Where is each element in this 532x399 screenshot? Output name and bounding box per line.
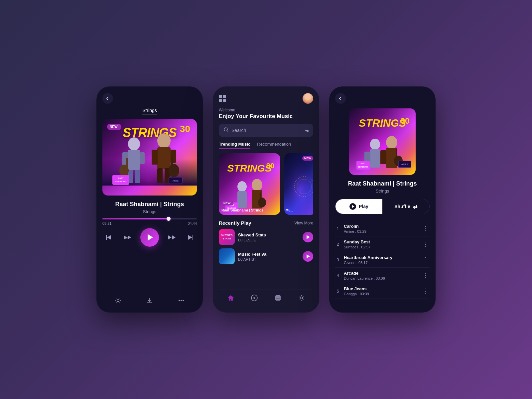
svg-point-47	[251, 295, 257, 301]
svg-text:SHABNAMI: SHABNAMI	[358, 166, 368, 168]
svg-rect-4	[140, 152, 145, 164]
svg-marker-22	[106, 235, 107, 240]
back-button[interactable]	[102, 93, 113, 104]
trending-title-1: Raat Shabnami | Strings	[221, 208, 264, 212]
nav-discover[interactable]	[250, 293, 259, 303]
phone-player: Strings STRINGS 30	[96, 86, 203, 313]
svg-rect-36	[237, 191, 247, 208]
track-name-3: Heartbreak Anniversary	[344, 255, 418, 260]
next-button[interactable]	[185, 231, 197, 243]
search-icon	[223, 127, 229, 134]
more-options-icon[interactable]	[176, 295, 187, 306]
recently-info-2: Music Festival DJ ARTIST	[238, 252, 299, 261]
trending-new-badge-2: NEW	[302, 156, 313, 161]
svg-text:STRINGS: STRINGS	[227, 163, 271, 174]
track-num-1: 1	[335, 226, 340, 231]
progress-bar[interactable]: 03:21 04:44	[102, 218, 197, 225]
svg-rect-40	[260, 193, 261, 205]
track-more-2[interactable]: ⋮	[421, 239, 430, 249]
current-time: 03:21	[102, 221, 112, 225]
track-name-4: Arcade	[344, 271, 418, 276]
play-shuffle-row: Play Shuffle ⇄	[335, 199, 430, 214]
recently-thumb-1: SKEWEDSTATS	[219, 229, 235, 245]
track-item-5: 5 Blue Jeans Gangga . 03:39 ⋮	[335, 283, 430, 299]
grid-menu-icon[interactable]	[219, 95, 226, 102]
tab-recommendation[interactable]: Recommendation	[257, 142, 291, 149]
phone-home: Welcome Enjoy Your Favourite Music Searc…	[213, 86, 319, 313]
bottom-nav	[219, 290, 313, 306]
nav-library[interactable]	[273, 293, 283, 303]
track-more-1[interactable]: ⋮	[421, 223, 430, 233]
recently-artist-2: DJ ARTIST	[238, 257, 299, 261]
musicians-art: RAAT SHABNAMI ARTS	[102, 119, 197, 196]
play-button[interactable]	[140, 228, 159, 247]
search-bar[interactable]: Search	[219, 124, 313, 137]
forward-button[interactable]	[166, 231, 178, 243]
playlist-artist: Strings	[335, 189, 430, 194]
playlist-back-button[interactable]	[335, 93, 346, 104]
settings-icon[interactable]	[113, 295, 123, 306]
svg-text:30: 30	[401, 116, 410, 125]
svg-rect-16	[171, 156, 173, 172]
download-icon[interactable]	[144, 295, 155, 306]
svg-point-29	[181, 300, 182, 301]
svg-point-50	[301, 297, 303, 299]
trending-cards: STRINGS 30 RAAT SHABNAMI	[219, 153, 313, 215]
track-list: 1 Carolin Amine . 03:29 ⋮ 2 Sunday Best …	[335, 221, 430, 306]
track-info-4: Arcade Duncan Laurence . 03:06	[344, 271, 418, 280]
track-meta-5: Gangga . 03:39	[344, 292, 418, 296]
playlist-header	[335, 93, 430, 104]
trending-card-2[interactable]: NEW Mu...	[284, 153, 313, 215]
svg-rect-61	[396, 149, 397, 163]
svg-point-57	[386, 136, 397, 149]
tab-trending[interactable]: Trending Music	[219, 142, 250, 149]
track-name-1: Carolin	[344, 224, 418, 229]
track-more-4[interactable]: ⋮	[421, 270, 430, 280]
track-more-3[interactable]: ⋮	[421, 255, 430, 265]
rewind-button[interactable]: 10	[121, 231, 133, 243]
svg-point-35	[237, 181, 247, 192]
recently-item-1: SKEWEDSTATS Skewed Stats DJ LESLIE	[219, 229, 313, 245]
svg-text:ARTS: ARTS	[173, 180, 179, 182]
player-title: Strings	[142, 108, 157, 114]
svg-rect-8	[126, 158, 128, 173]
svg-point-31	[224, 128, 227, 131]
nav-settings[interactable]	[297, 293, 306, 303]
recently-play-1[interactable]	[303, 232, 313, 242]
welcome-tagline: Enjoy Your Favourite Music	[219, 113, 313, 120]
track-more-5[interactable]: ⋮	[421, 286, 430, 296]
track-num-4: 4	[335, 273, 340, 278]
track-meta-3: Giveon . 03:17	[344, 261, 418, 265]
view-more-button[interactable]: View More	[295, 221, 313, 225]
svg-point-37	[252, 179, 262, 191]
nav-home[interactable]	[226, 293, 235, 303]
svg-text:30: 30	[266, 162, 274, 170]
recently-name-2: Music Festival	[238, 252, 299, 257]
trending-new-badge-1: NEW!	[221, 201, 233, 205]
svg-point-30	[183, 300, 184, 301]
svg-rect-17	[112, 175, 129, 185]
welcome-text: Welcome	[219, 108, 313, 112]
track-item-4: 4 Arcade Duncan Laurence . 03:06 ⋮	[335, 268, 430, 283]
user-avatar[interactable]	[303, 93, 313, 104]
svg-point-15	[169, 164, 179, 177]
search-input[interactable]: Search	[231, 128, 301, 133]
svg-marker-23	[107, 235, 111, 240]
play-button-ps[interactable]: Play	[335, 199, 382, 214]
svg-marker-26	[188, 235, 192, 240]
recently-info-1: Skewed Stats DJ LESLIE	[238, 232, 299, 242]
recently-play-2[interactable]	[303, 251, 313, 262]
track-info-3: Heartbreak Anniversary Giveon . 03:17	[344, 255, 418, 265]
shuffle-button[interactable]: Shuffle ⇄	[382, 199, 429, 214]
recently-item-2: Music Festival DJ ARTIST	[219, 248, 313, 264]
track-name-2: Sunday Best	[344, 239, 418, 244]
track-num-2: 2	[335, 242, 340, 247]
svg-text:STRINGS: STRINGS	[359, 117, 406, 129]
recently-thumb-2	[219, 248, 235, 264]
svg-rect-44	[284, 153, 313, 215]
prev-button[interactable]	[102, 231, 114, 243]
home-header	[219, 93, 313, 104]
filter-icon[interactable]	[304, 129, 309, 132]
trending-card-1[interactable]: STRINGS 30 RAAT SHABNAMI	[219, 153, 280, 215]
player-bottom-icons	[102, 295, 197, 306]
